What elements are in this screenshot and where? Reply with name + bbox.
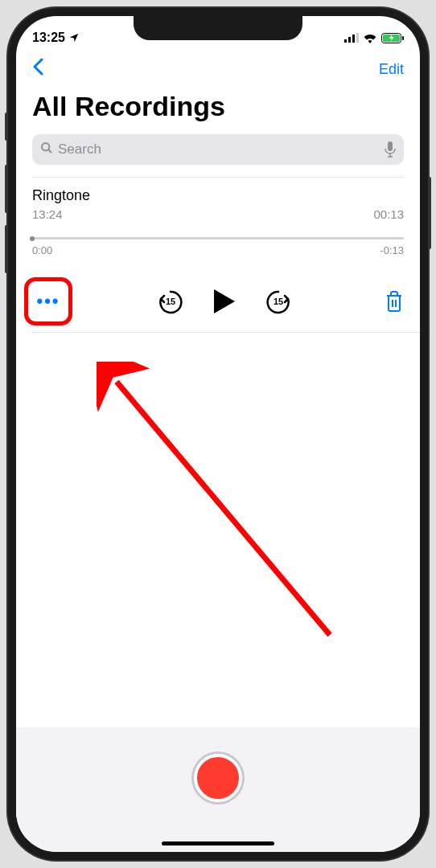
battery-icon <box>381 33 404 43</box>
search-placeholder: Search <box>58 141 385 158</box>
chevron-left-icon <box>32 58 43 76</box>
svg-rect-6 <box>402 36 404 40</box>
skip-back-seconds: 15 <box>166 297 175 306</box>
skip-forward-seconds: 15 <box>274 297 283 306</box>
status-time: 13:25 <box>32 31 65 45</box>
svg-rect-1 <box>348 37 351 43</box>
record-button[interactable] <box>194 754 242 802</box>
home-indicator[interactable] <box>162 841 274 845</box>
svg-rect-3 <box>356 33 359 43</box>
svg-point-7 <box>42 143 49 150</box>
location-icon <box>68 32 80 43</box>
svg-line-8 <box>48 149 51 153</box>
skip-back-button[interactable]: 15 <box>158 289 183 314</box>
more-options-button[interactable]: ••• <box>32 285 64 317</box>
notch <box>134 16 302 40</box>
page-title: All Recordings <box>16 87 420 134</box>
skip-forward-button[interactable]: 15 <box>265 289 291 314</box>
svg-rect-9 <box>388 141 393 151</box>
play-icon <box>214 289 235 313</box>
nav-bar: Edit <box>16 51 420 87</box>
ellipsis-icon: ••• <box>36 291 60 312</box>
annotation-arrow <box>97 362 354 683</box>
playback-scrubber[interactable]: 0:00 -0:13 <box>32 237 404 256</box>
recording-title: Ringtone <box>32 187 404 204</box>
microphone-icon[interactable] <box>385 141 396 158</box>
divider <box>32 332 420 333</box>
svg-rect-2 <box>352 35 355 43</box>
remaining-time: -0:13 <box>380 244 404 256</box>
search-input[interactable]: Search <box>32 134 404 165</box>
playback-controls: ••• 15 15 <box>16 271 420 332</box>
svg-line-14 <box>117 382 330 635</box>
svg-rect-0 <box>344 39 347 43</box>
back-button[interactable] <box>32 58 43 80</box>
delete-button[interactable] <box>385 291 404 312</box>
search-icon <box>40 141 53 158</box>
recording-time: 13:24 <box>32 207 63 221</box>
elapsed-time: 0:00 <box>32 244 52 256</box>
signal-icon <box>344 33 359 43</box>
record-panel <box>16 727 420 852</box>
scrubber-handle[interactable] <box>30 236 35 241</box>
recording-item[interactable]: Ringtone 13:24 00:13 0:00 -0:13 <box>16 178 420 271</box>
recording-duration: 00:13 <box>373 207 404 221</box>
play-button[interactable] <box>214 289 235 313</box>
edit-button[interactable]: Edit <box>379 61 404 78</box>
trash-icon <box>385 291 404 312</box>
wifi-icon <box>363 33 377 43</box>
